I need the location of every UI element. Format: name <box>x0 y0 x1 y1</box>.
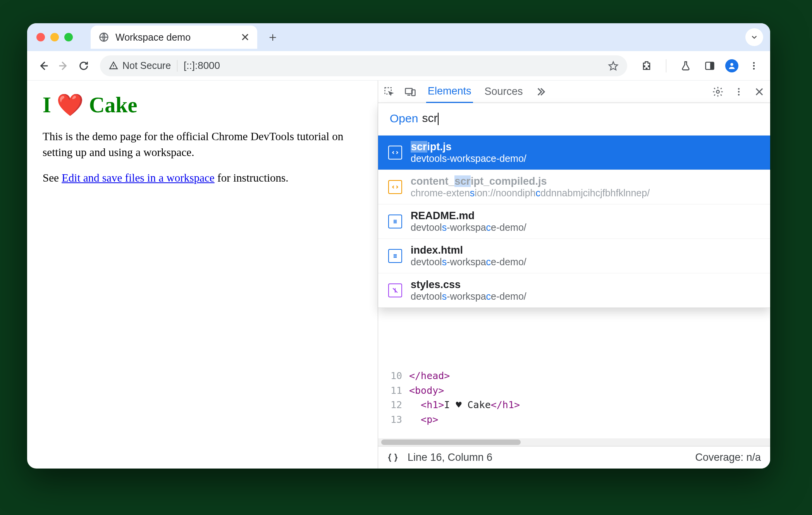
close-tab-button[interactable]: ✕ <box>241 31 249 44</box>
browser-window: Workspace demo ✕ ＋ Not Secure [::]:8000 <box>27 23 770 469</box>
result-filename: index.html <box>411 244 526 256</box>
fullscreen-window-button[interactable] <box>64 33 73 41</box>
forward-button[interactable] <box>55 57 72 74</box>
divider <box>666 59 666 72</box>
tab-list-button[interactable] <box>745 28 763 46</box>
result-path: devtools-workspace-demo/ <box>411 291 526 302</box>
svg-rect-8 <box>406 88 413 94</box>
result-filename: README.md <box>411 210 526 222</box>
content-area: I ❤️ Cake This is the demo page for the … <box>27 81 770 469</box>
extensions-icon[interactable] <box>638 57 655 74</box>
quick-open-input[interactable]: Open scr <box>378 103 770 135</box>
file-type-icon <box>388 283 402 297</box>
svg-point-5 <box>753 65 755 66</box>
svg-rect-2 <box>710 62 714 69</box>
tab-title: Workspace demo <box>115 32 191 43</box>
titlebar: Workspace demo ✕ ＋ <box>27 23 770 51</box>
svg-point-12 <box>738 91 740 92</box>
line-code: <body> <box>409 383 444 398</box>
format-icon[interactable] <box>387 452 398 463</box>
result-path: devtools-workspace-demo/ <box>411 222 526 233</box>
kebab-menu-icon[interactable] <box>745 57 762 74</box>
page-paragraph-2: See Edit and save files in a workspace f… <box>43 170 362 186</box>
line-code: <p> <box>409 412 438 427</box>
quick-open-result[interactable]: styles.cssdevtools-workspace-demo/ <box>378 273 770 307</box>
tab-elements[interactable]: Elements <box>426 81 473 103</box>
result-filename: content_script_compiled.js <box>411 175 650 187</box>
quick-open-result[interactable]: script.jsdevtools-workspace-demo/ <box>378 135 770 170</box>
rendered-page: I ❤️ Cake This is the demo page for the … <box>27 81 378 469</box>
code-line[interactable]: 10</head> <box>378 369 770 383</box>
security-chip[interactable]: Not Secure <box>108 60 171 71</box>
quick-open-result[interactable]: index.htmldevtools-workspace-demo/ <box>378 239 770 273</box>
svg-point-3 <box>730 63 733 65</box>
gear-icon[interactable] <box>712 86 724 98</box>
side-panel-icon[interactable] <box>701 57 718 74</box>
line-number: 10 <box>378 369 409 383</box>
toolbar: Not Secure [::]:8000 <box>27 51 770 81</box>
quick-open-result[interactable]: README.mddevtools-workspace-demo/ <box>378 204 770 239</box>
file-type-icon <box>388 180 402 194</box>
devtools-panel: Elements Sources Open s <box>378 81 770 469</box>
traffic-lights <box>36 33 73 41</box>
result-path: devtools-workspace-demo/ <box>411 256 526 268</box>
quick-open-dialog: Open scr script.jsdevtools-workspace-dem… <box>378 103 770 308</box>
inspect-icon[interactable] <box>384 86 394 97</box>
profile-avatar[interactable] <box>725 59 738 72</box>
line-number: 11 <box>378 383 409 398</box>
separator <box>177 60 177 72</box>
devtools-tabbar: Elements Sources <box>378 81 770 103</box>
svg-point-11 <box>738 88 740 89</box>
coverage-status: Coverage: n/a <box>695 451 761 464</box>
close-window-button[interactable] <box>36 33 45 41</box>
url-text: [::]:8000 <box>184 60 220 72</box>
more-tabs-icon[interactable] <box>535 86 546 98</box>
open-label: Open <box>390 112 418 125</box>
result-filename: script.js <box>411 141 526 153</box>
result-path: chrome-extension://noondiphcddnnabmjcihc… <box>411 187 650 199</box>
code-line[interactable]: 13 <p> <box>378 412 770 427</box>
svg-point-6 <box>753 68 755 69</box>
line-number: 12 <box>378 398 409 412</box>
toolbar-right <box>635 57 762 74</box>
globe-icon <box>98 32 109 43</box>
device-toggle-icon[interactable] <box>404 86 416 98</box>
workspace-link[interactable]: Edit and save files in a workspace <box>62 172 215 184</box>
file-type-icon <box>388 215 402 228</box>
svg-point-13 <box>738 94 740 95</box>
line-number: 13 <box>378 412 409 427</box>
svg-point-10 <box>716 90 719 93</box>
quick-open-results: script.jsdevtools-workspace-demo/content… <box>378 135 770 307</box>
minimize-window-button[interactable] <box>50 33 59 41</box>
tab-sources[interactable]: Sources <box>483 81 525 102</box>
open-query: scr <box>422 112 439 125</box>
file-type-icon <box>388 249 402 263</box>
file-type-icon <box>388 146 402 160</box>
code-line[interactable]: 11<body> <box>378 383 770 398</box>
close-devtools-icon[interactable] <box>754 86 765 97</box>
security-label: Not Secure <box>122 60 171 71</box>
back-button[interactable] <box>35 57 52 74</box>
result-path: devtools-workspace-demo/ <box>411 153 526 164</box>
kebab-icon[interactable] <box>734 87 744 97</box>
new-tab-button[interactable]: ＋ <box>267 29 279 46</box>
scrollbar-thumb[interactable] <box>381 439 521 445</box>
code-line[interactable]: 12 <h1>I ♥ Cake</h1> <box>378 398 770 412</box>
bookmark-star-icon[interactable] <box>608 60 619 71</box>
line-code: <h1>I ♥ Cake</h1> <box>409 398 520 412</box>
editor-statusbar: Line 16, Column 6 Coverage: n/a <box>378 446 770 469</box>
browser-tab[interactable]: Workspace demo ✕ <box>91 26 257 49</box>
labs-icon[interactable] <box>677 57 694 74</box>
result-filename: styles.css <box>411 279 526 291</box>
cursor-position: Line 16, Column 6 <box>408 451 492 464</box>
page-paragraph-1: This is the demo page for the official C… <box>43 129 362 160</box>
address-bar[interactable]: Not Secure [::]:8000 <box>100 55 627 76</box>
quick-open-result[interactable]: content_script_compiled.jschrome-extensi… <box>378 170 770 204</box>
page-heading: I ❤️ Cake <box>43 92 362 118</box>
svg-point-4 <box>753 62 755 64</box>
reload-button[interactable] <box>75 57 92 74</box>
line-code: </head> <box>409 369 450 383</box>
horizontal-scrollbar[interactable] <box>378 438 770 446</box>
